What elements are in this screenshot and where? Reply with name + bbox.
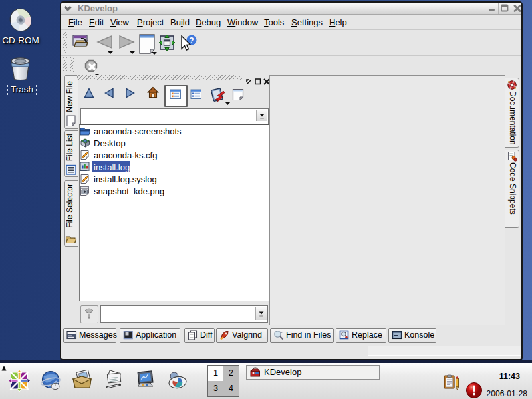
svg-text:?: ?	[189, 36, 194, 45]
